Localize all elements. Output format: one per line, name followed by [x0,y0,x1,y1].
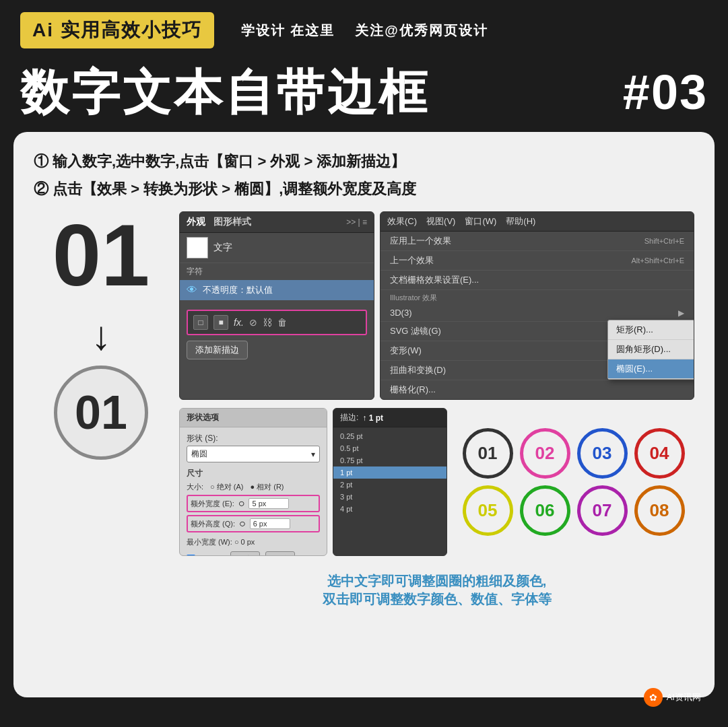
stroke-header-value: ↑ 1 pt [362,413,383,423]
stroke-preview-panel: 描边: ↑ 1 pt 0.25 pt 0.5 pt 0.75 pt [333,408,447,556]
menu-item-window[interactable]: 窗口(W) [465,215,496,228]
stroke-item-075: 0.75 pt [333,454,446,466]
stroke-item-05: 0.5 pt [333,442,446,454]
effect-3d-label: 3D(3) [390,308,412,318]
watermark: ✿ AI资讯网 [644,688,701,707]
header-title-box: Ai 实用高效小技巧 [20,12,214,48]
effects-panel: 效果(C) 视图(V) 窗口(W) 帮助(H) 应用上一个效果 Shift+Ct… [380,211,694,400]
menu-item-effects[interactable]: 效果(C) [387,215,417,228]
dialog-header: 形状选项 [180,409,327,427]
stroke-val-2: 2 pt [340,481,352,489]
stroke-item-2: 2 pt [333,479,446,491]
fx-label: fx. [234,317,244,328]
extra-width-label: 额外宽度 (E): [191,499,234,509]
effect-3d-arrow: ▶ [678,308,684,318]
circle-04: 04 [634,428,685,479]
watermark-text: AI资讯网 [667,691,701,703]
extra-width-radio: ○ [238,497,245,510]
panel-tab-appearance: 外观 [187,216,205,228]
circle-02: 02 [520,428,570,479]
preview-check[interactable]: 预览 (P) [187,554,225,556]
effect-rasterize[interactable]: 栅格化(R)... [380,380,694,400]
stroke-val-025: 0.25 pt [340,432,363,440]
submenu-rect[interactable]: 矩形(R)... [608,320,694,340]
dialog-shape-label: 形状 (S): [187,433,320,444]
effect-rasterize-label: 栅格化(R)... [390,384,436,396]
extra-width-input[interactable] [249,498,289,509]
effect-last[interactable]: 上一个效果 Alt+Shift+Ctrl+E [380,251,694,271]
extra-height-label: 额外高度 (Q): [191,519,235,529]
fill-icon-btn[interactable]: ■ [213,315,228,330]
header-sub2: 关注@优秀网页设计 [355,22,488,40]
main-container: Ai 实用高效小技巧 学设计 在这里 关注@优秀网页设计 数字文本自带边框 #0… [0,0,728,727]
circles-row-2: 05 06 07 08 [459,485,688,536]
bottom-text: 选中文字即可调整圆圈的粗细及颜色, 双击即可调整数字颜色、数值、字体等 [179,572,694,609]
step1-text: ① 输入数字,选中数字,点击【窗口 > 外观 > 添加新描边】 [34,149,694,173]
highlight-label: 不透明度：默认值 [203,284,273,296]
stroke-header: 描边: ↑ 1 pt [333,409,446,427]
effect-apply-last[interactable]: 应用上一个效果 Shift+Ctrl+E [380,232,694,251]
menu-item-help[interactable]: 帮助(H) [506,215,535,228]
circle-08: 08 [634,485,685,536]
stroke-header-label: 描边: [340,412,358,423]
menu-item-view[interactable]: 视图(V) [426,215,455,228]
radio-relative[interactable]: ● 相对 (R) [250,482,284,492]
stroke-val-05: 0.5 pt [340,444,359,452]
select-chevron: ▾ [311,450,315,459]
extra-height-input[interactable] [250,518,290,529]
apply-last-shortcut: Shift+Ctrl+E [644,237,684,245]
add-stroke-button[interactable]: 添加新描边 [187,341,248,359]
submenu-popup: 矩形(R)... 圆角矩形(D)... 椭圆(E)... [607,320,694,380]
dialog-shape-select[interactable]: 椭圆 ▾ [187,446,320,462]
circle-03: 03 [577,428,628,479]
circle-icon: ⊘ [249,317,257,328]
circle-07: 07 [577,485,628,536]
dialog-row-shape: 形状 (S): 椭圆 ▾ [187,433,320,462]
arrow-icon: ↓ [91,312,111,359]
effect-svg-label: SVG 滤镜(G) [390,325,441,337]
effect-last-label: 上一个效果 [390,254,434,267]
extra-height-radio: ○ [239,518,246,530]
square-icon-btn[interactable]: □ [193,315,208,330]
dialog-shape-value: 椭圆 [191,448,207,460]
content-card: ① 输入数字,选中数字,点击【窗口 > 外观 > 添加新描边】 ② 点击【效果 … [13,132,715,697]
step2-text: ② 点击【效果 > 转换为形状 > 椭圆】,调整额外宽度及高度 [34,177,694,201]
header-subtitle: 学设计 在这里 关注@优秀网页设计 [241,22,488,40]
stroke-val-3: 3 pt [340,493,352,501]
panel-icons-row: □ ■ fx. ⊘ ⛓ 🗑 [187,310,367,335]
bottom-panels: 形状选项 形状 (S): 椭圆 ▾ 尺寸 大小: [179,408,694,556]
submenu-ellipse[interactable]: 椭圆(E)... [608,359,694,379]
circles-row-1: 01 02 03 04 [459,428,688,479]
panel-bottom: □ ■ fx. ⊘ ⛓ 🗑 添加新描边 [180,303,374,366]
stroke-val-075: 0.75 pt [340,456,363,464]
dialog-footer: 预览 (P) 确定 取消 [187,551,320,556]
min-width-label: 最小宽度 (W): ○ 0 px [187,538,255,546]
cancel-button[interactable]: 取消 [265,551,295,556]
right-section: 外观 图形样式 >> | ≡ 文字 字符 👁 不透明度：默认值 [179,211,694,609]
demo-area: 01 ↓ 01 外观 图形样式 >> | ≡ [34,211,694,609]
panel-white-rect [187,237,208,258]
big-number-top: 01 [53,211,150,299]
circle-01: 01 [463,428,513,479]
radio-absolute[interactable]: ○ 绝对 (A) [210,482,243,492]
extra-height-row: 额外高度 (Q): ○ [187,515,320,532]
illustrator-section: Illustrator 效果 [380,290,694,304]
main-title: 数字文本自带边框 [20,68,430,116]
panel-row-text: 文字 [180,233,374,263]
effect-distort-label: 变形(W) [390,345,422,357]
stroke-val-4: 4 pt [340,505,352,513]
left-section: 01 ↓ 01 [34,211,168,609]
main-number: #03 [623,65,708,120]
stroke-item-4: 4 pt [333,503,446,515]
submenu-rounded[interactable]: 圆角矩形(D)... [608,340,694,359]
effect-doc-raster[interactable]: 文档栅格效果设置(E)... [380,271,694,290]
confirm-button[interactable]: 确定 [230,551,260,556]
effect-doc-raster-label: 文档栅格效果设置(E)... [390,274,479,286]
effect-warp-label: 扭曲和变换(D) [390,364,446,376]
stroke-list: 0.25 pt 0.5 pt 0.75 pt 1 pt [333,427,446,518]
dialog-body: 形状 (S): 椭圆 ▾ 尺寸 大小: ○ 绝对 (A) ● 相对 (R) [180,427,327,556]
stroke-item-025: 0.25 pt [333,430,446,442]
preview-checkbox[interactable] [187,555,195,556]
bottom-text-line2: 双击即可调整数字颜色、数值、字体等 [179,590,694,609]
shape-dialog: 形状选项 形状 (S): 椭圆 ▾ 尺寸 大小: [179,408,327,556]
